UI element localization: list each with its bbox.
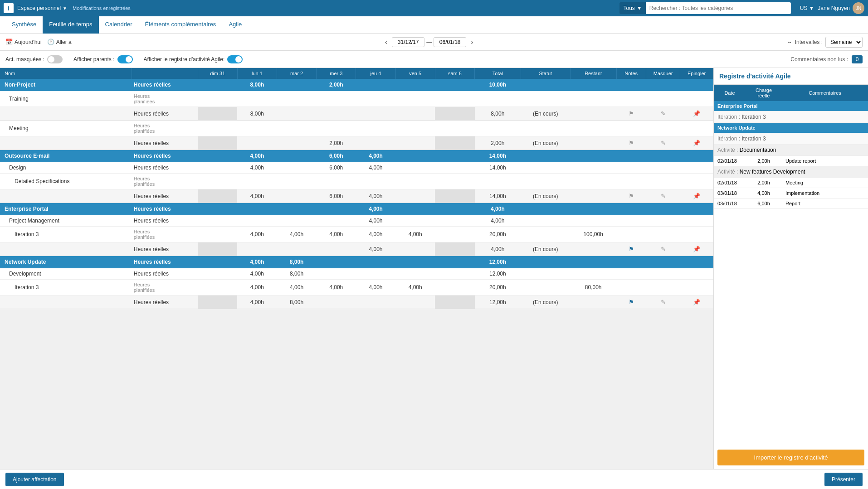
edit-icon[interactable]: ✎ (660, 109, 667, 118)
col-notes: Notes (616, 68, 646, 79)
double-arrow-icon: ↔ (787, 39, 792, 45)
edit-icon[interactable]: ✎ (660, 245, 667, 253)
col-ven5: ven 5 (395, 68, 435, 79)
agile-section-ep: Enterprise Portal (714, 101, 868, 111)
username: Jane Nguyen (818, 5, 850, 11)
agile-toggle[interactable] (227, 55, 243, 63)
prev-arrow[interactable]: ‹ (382, 37, 390, 47)
toggle-row: Act. masquées : Afficher parents : Affic… (0, 51, 868, 68)
filter-arrow-icon: ▼ (637, 5, 642, 11)
table-header-row: Nom dim 31 lun 1 mar 2 mer 3 jeu 4 ven 5… (0, 68, 713, 79)
pin-icon[interactable]: 📌 (692, 245, 701, 253)
search-bar: Tous ▼ (619, 2, 790, 14)
flag-icon[interactable]: ⚑ (628, 192, 635, 200)
agile-charge: 4,00h (746, 188, 782, 199)
activity-name: New features Development (740, 169, 805, 175)
edit-icon[interactable]: ✎ (660, 298, 667, 306)
import-button[interactable]: Importer le registre d'activité (717, 450, 864, 465)
row-development: Development Heures réelles 4,00h 8,00h 1… (0, 268, 713, 280)
agile-header-row: Date Chargeréelle Commentaires (714, 85, 868, 101)
iteration-label: Itération : (717, 136, 741, 142)
task-label: Heures réelles (132, 215, 198, 227)
app-title[interactable]: Espace personnel ▼ (17, 5, 67, 11)
agile-row-4: 03/01/18 6,00h Report (714, 199, 868, 209)
edit-icon[interactable]: ✎ (660, 192, 667, 200)
language-selector[interactable]: US ▼ (800, 5, 814, 11)
row-enterprise-portal: Enterprise Portal Heures réelles 4,00h 4… (0, 203, 713, 215)
parents-toggle[interactable] (117, 55, 133, 63)
unread-badge: 0 (852, 55, 863, 63)
project-label: Heures réelles (132, 256, 198, 268)
next-arrow[interactable]: › (468, 37, 476, 47)
hours-label: Heures réelles (132, 189, 198, 203)
search-input[interactable] (646, 2, 791, 14)
flag-icon[interactable]: ⚑ (628, 109, 635, 118)
agile-row-1: 02/01/18 2,00h Update report (714, 156, 868, 166)
tab-synthese[interactable]: Synthèse (5, 16, 43, 34)
task-name: Meeting (0, 121, 132, 136)
goto-label: Aller à (56, 39, 72, 45)
agile-comment: Meeting (782, 178, 868, 188)
row-iteration3-nu: Iteration 3 Heuresplanifiées 4,00h 4,00h… (0, 280, 713, 295)
clock-icon: 🕐 (47, 39, 54, 45)
row-project-management: Project Management Heures réelles 4,00h … (0, 215, 713, 227)
date-start-input[interactable] (392, 37, 424, 47)
pin-icon[interactable]: 📌 (692, 192, 701, 200)
workspace-name: Espace personnel (17, 5, 61, 11)
tab-agile[interactable]: Agile (222, 16, 248, 34)
present-button[interactable]: Présenter (824, 473, 863, 486)
goto-button[interactable]: 🕐 Aller à (47, 39, 72, 45)
task-label: Heuresplanifiées (132, 227, 198, 242)
agile-charge: 2,00h (746, 178, 782, 188)
toggle-knob (48, 56, 54, 63)
iteration-label: Itération : (717, 114, 741, 120)
iteration-value: Iteration 3 (741, 114, 766, 120)
subtask-name: Detailed Specifications (0, 174, 132, 189)
hours-label: Heures réelles (132, 136, 198, 150)
agile-iteration-nu: Itération : Iteration 3 (714, 133, 868, 145)
hours-label: Heures réelles (132, 242, 198, 256)
pin-icon[interactable]: 📌 (692, 109, 701, 118)
date-end-input[interactable] (434, 37, 466, 47)
agile-date: 02/01/18 (714, 156, 746, 166)
date-separator: — (426, 39, 432, 45)
interval-group: ↔ Intervalles : Semaine (787, 37, 863, 48)
agile-date: 03/01/18 (714, 199, 746, 209)
task-label: Heuresplanifiées (132, 121, 198, 136)
agile-activity-doc: Activité : Documentation (714, 145, 868, 156)
tab-calendrier[interactable]: Calendrier (99, 16, 139, 34)
right-panel: Registre d'activité Agile Date Chargerée… (714, 68, 868, 469)
task-name: Design (0, 162, 132, 174)
activity-label: Activité : (717, 169, 740, 175)
hidden-toggle[interactable] (47, 55, 63, 63)
row-design: Design Heures réelles 4,00h 6,00h 4,00h … (0, 162, 713, 174)
search-filter-button[interactable]: Tous ▼ (619, 2, 645, 14)
user-menu[interactable]: Jane Nguyen JN (818, 2, 864, 14)
activity-label: Activité : (717, 147, 740, 153)
row-meeting: Meeting Heuresplanifiées (0, 121, 713, 136)
task-name: Training (0, 91, 132, 107)
top-bar: I Espace personnel ▼ Modifications enreg… (0, 0, 868, 16)
add-affectation-button[interactable]: Ajouter affectation (5, 473, 64, 486)
task-name: Iteration 3 (0, 280, 132, 295)
edit-icon[interactable]: ✎ (660, 139, 667, 147)
today-button[interactable]: 📅 Aujourd'hui (5, 39, 42, 45)
intervals-label: Intervalles : (795, 39, 823, 45)
pin-icon[interactable]: 📌 (692, 139, 701, 147)
tab-bar: Synthèse Feuille de temps Calendrier Élé… (0, 16, 868, 34)
flag-icon[interactable]: ⚑ (628, 139, 635, 147)
col-mar2: mar 2 (277, 68, 316, 79)
bottom-bar: Ajouter affectation Présenter (0, 469, 868, 489)
col-dim31: dim 31 (198, 68, 237, 79)
row-non-project: Non-Project Heures réelles 8,00h 2,00h 1… (0, 79, 713, 91)
tab-feuille-de-temps[interactable]: Feuille de temps (43, 16, 98, 34)
lang-arrow-icon: ▼ (809, 5, 814, 11)
timesheet-table: Nom dim 31 lun 1 mar 2 mer 3 jeu 4 ven 5… (0, 68, 713, 309)
pin-icon[interactable]: 📌 (692, 298, 701, 306)
agile-date: 02/01/18 (714, 178, 746, 188)
tab-elements-complementaires[interactable]: Éléments complémentaires (139, 16, 223, 34)
flag-icon[interactable]: ⚑ (628, 245, 635, 253)
toggle-parents: Afficher parents : (73, 55, 133, 63)
flag-icon[interactable]: ⚑ (628, 298, 635, 306)
intervals-select[interactable]: Semaine (825, 37, 863, 48)
